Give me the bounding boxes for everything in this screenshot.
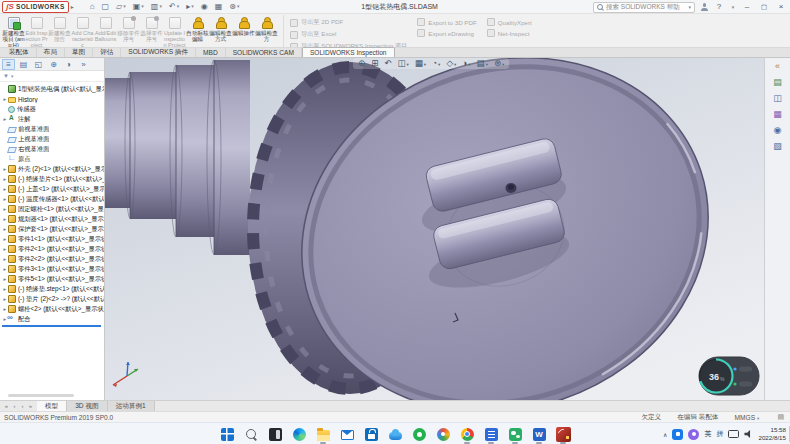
- tree-item[interactable]: ▸ 零件5<1> (默认<<默认>_显示状态: [0, 274, 104, 284]
- ribbon-button[interactable]: 自动标核编辑: [186, 15, 209, 47]
- taskbar-app-button[interactable]: [289, 425, 309, 444]
- taskbar-app-button[interactable]: [481, 425, 501, 444]
- ribbon-button[interactable]: 选择零件序号: [140, 15, 163, 47]
- feature-panel-tab-icon[interactable]: ◑: [62, 59, 75, 70]
- tabs-last-icon[interactable]: »: [27, 403, 34, 409]
- taskbar-app-button[interactable]: [409, 425, 429, 444]
- command-tab[interactable]: 装配体: [2, 48, 37, 57]
- tree-item[interactable]: ▸ 零件2<2> (默认<<默认>_显示状态: [0, 254, 104, 264]
- taskbar-app-button[interactable]: [433, 425, 453, 444]
- ribbon-button[interactable]: 编辑检查方式: [209, 15, 232, 47]
- tree-item[interactable]: ▸ 零件1<1> (默认<<默认>_显示状态: [0, 234, 104, 244]
- solidworks-logo[interactable]: ʃS SOLIDWORKS: [2, 1, 69, 13]
- qat-button[interactable]: ◉: [199, 2, 210, 12]
- tree-item[interactable]: 1型铠装热电偶 (默认<默认_显示状态-1: [0, 84, 104, 94]
- tray-app-purple-icon[interactable]: [688, 429, 699, 440]
- export-menu-item[interactable]: Export eDrawing: [417, 29, 477, 37]
- feature-panel-tab-icon[interactable]: ◱: [32, 59, 45, 70]
- taskbar-app-button[interactable]: [529, 425, 549, 444]
- zoom-hud[interactable]: 36 %: [699, 357, 759, 395]
- tree-item[interactable]: ▸ 螺栓<2> (默认<<默认>_显示状态: [0, 304, 104, 314]
- tabs-first-icon[interactable]: «: [3, 403, 10, 409]
- ribbon-button[interactable]: 编辑操作: [232, 15, 255, 47]
- network-monitor-icon[interactable]: [728, 430, 739, 438]
- task-pane-tab-icon[interactable]: ▤: [773, 78, 782, 87]
- panel-horizontal-scrollbar[interactable]: [8, 394, 74, 397]
- taskbar-app-button[interactable]: [241, 425, 261, 444]
- ribbon-button[interactable]: 新建检查项目 (amp;H): [2, 15, 25, 47]
- qat-button[interactable]: ▸: [184, 2, 196, 12]
- feature-panel-tab-icon[interactable]: ⊕: [47, 59, 60, 70]
- view-toolbar-icon[interactable]: ◔: [432, 59, 440, 68]
- ribbon-button[interactable]: 新建检查报告: [48, 15, 71, 47]
- taskbar-app-button[interactable]: [313, 425, 333, 444]
- feature-panel-tab-icon[interactable]: ≡: [2, 59, 15, 70]
- view-toolbar-icon[interactable]: ⊕: [358, 59, 365, 68]
- task-pane-tab-icon[interactable]: ▧: [773, 142, 782, 151]
- qat-button[interactable]: ⌂: [88, 2, 97, 12]
- view-toolbar-icon[interactable]: ▦: [415, 59, 426, 68]
- taskbar-app-button[interactable]: [385, 425, 405, 444]
- restore-button[interactable]: ▢: [758, 0, 770, 14]
- minimize-button[interactable]: –: [741, 0, 753, 14]
- quality-menu-item[interactable]: QualityXpert: [487, 18, 532, 26]
- view-toolbar-icon[interactable]: ⊞: [371, 59, 378, 68]
- task-pane-tab-icon[interactable]: ◉: [774, 126, 782, 135]
- tree-item[interactable]: ▸ 零件2<1> (默认<<默认>_显示状态: [0, 244, 104, 254]
- view-toolbar-icon[interactable]: ◫: [397, 59, 408, 68]
- view-toolbar-icon[interactable]: ◑: [462, 59, 470, 68]
- task-pane-tab-icon[interactable]: ◫: [773, 94, 782, 103]
- tree-item[interactable]: ▸ 注解: [0, 114, 104, 124]
- taskbar-app-button[interactable]: [265, 425, 285, 444]
- ime-indicator[interactable]: 拼: [716, 429, 723, 439]
- command-tab[interactable]: SOLIDWORKS 插件: [121, 48, 196, 57]
- model-3d-view[interactable]: 36 %: [105, 58, 764, 400]
- menu-flyout-arrow-icon[interactable]: ▸: [71, 3, 74, 10]
- tabs-next-icon[interactable]: ›: [19, 403, 26, 409]
- command-tab[interactable]: MBD: [196, 48, 226, 57]
- ribbon-button[interactable]: Edit Inspection Project: [25, 15, 48, 47]
- language-indicator[interactable]: 英: [704, 429, 711, 439]
- model-tab[interactable]: 模型: [37, 401, 67, 411]
- tree-item[interactable]: ▸ (-) 垫片 (2)<2> ->? (默认<<默认>_: [0, 294, 104, 304]
- taskbar-app-button[interactable]: [361, 425, 381, 444]
- qat-button[interactable]: ⊛: [227, 2, 241, 12]
- tree-item[interactable]: ▸ 固定螺栓<1> (默认<<默认>_显示: [0, 204, 104, 214]
- tree-item[interactable]: ▸ (-) 温度传感器<1> (默认<<默认>_: [0, 194, 104, 204]
- taskbar-app-button[interactable]: [337, 425, 357, 444]
- view-toolbar-icon[interactable]: ↶: [384, 59, 391, 68]
- tree-end-bar[interactable]: [2, 325, 101, 327]
- tree-filter-bar[interactable]: ▼ ▾: [0, 71, 104, 82]
- user-account-icon[interactable]: [700, 3, 708, 11]
- tree-item[interactable]: 右视基准面: [0, 144, 104, 154]
- tree-item[interactable]: ▸ 外壳 (2)<1> (默认<<默认>_显示状: [0, 164, 104, 174]
- taskbar-app-button[interactable]: [217, 425, 237, 444]
- task-pane-tab-icon[interactable]: «: [775, 62, 780, 71]
- command-tab[interactable]: SOLIDWORKS Inspection: [302, 47, 395, 57]
- tree-item[interactable]: ▸ 保护套<1> (默认<<默认>_显示状: [0, 224, 104, 234]
- command-tab[interactable]: SOLIDWORKS CAM: [226, 48, 302, 57]
- tree-item[interactable]: ▸ 配合: [0, 314, 104, 324]
- tree-item[interactable]: 上视基准面: [0, 134, 104, 144]
- feature-panel-tab-icon[interactable]: »: [77, 59, 90, 70]
- tree-item[interactable]: ▸ (-) 绝缘垫片<1> (默认<<默认>_显: [0, 174, 104, 184]
- export-menu-item[interactable]: Export to 3D PDF: [417, 18, 477, 26]
- close-button[interactable]: ×: [775, 0, 787, 14]
- qat-button[interactable]: ▱: [114, 2, 128, 12]
- filter-caret-icon[interactable]: ▾: [11, 73, 14, 79]
- help-search-input[interactable]: 搜索 SOLIDWORKS 帮助 ▾: [593, 2, 695, 13]
- ribbon-button[interactable]: Update Inspection Project: [163, 15, 186, 47]
- qat-button[interactable]: ↶: [167, 2, 181, 12]
- search-caret-icon[interactable]: ▾: [688, 4, 691, 10]
- task-pane-tab-icon[interactable]: ▦: [773, 110, 782, 119]
- view-toolbar-icon[interactable]: ◇: [446, 59, 456, 68]
- graphics-viewport[interactable]: 36 % ⊕ ⊞ ↶ ◫ ▦: [105, 58, 764, 400]
- model-tab[interactable]: 3D 视图: [67, 401, 107, 411]
- command-tab[interactable]: 布局: [37, 48, 65, 57]
- ribbon-button[interactable]: Add Characteristic: [71, 15, 94, 47]
- tree-item[interactable]: ▸ 规划器<1> (默认<<默认>_显示状: [0, 214, 104, 224]
- tray-app-blue-icon[interactable]: [672, 429, 683, 440]
- taskbar-app-button[interactable]: [457, 425, 477, 444]
- ribbon-button[interactable]: 编辑检查方: [255, 15, 278, 47]
- help-button[interactable]: ?: [713, 0, 725, 14]
